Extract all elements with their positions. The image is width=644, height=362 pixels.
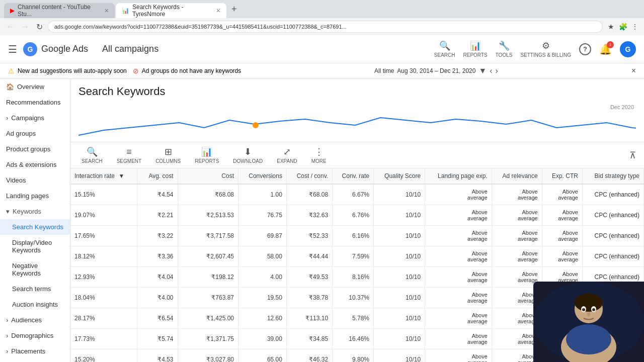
toolbar-segment-label: SEGMENT xyxy=(117,158,141,164)
cell-cost: ₹198.12 xyxy=(178,267,238,288)
cell-conversions: 69.87 xyxy=(238,226,287,246)
refresh-button[interactable]: ↻ xyxy=(34,21,45,33)
notif-close-button[interactable]: × xyxy=(631,66,636,75)
notification-bell[interactable]: 🔔 1 xyxy=(599,43,612,55)
page-title: Search Keywords xyxy=(78,85,636,98)
sidebar-item-overview[interactable]: 🏠 Overview xyxy=(0,79,70,95)
cell-interaction-rate: 19.07% xyxy=(70,205,137,226)
sidebar-item-ads-extensions[interactable]: Ads & extensions xyxy=(0,157,70,172)
cell-cost: ₹1,371.75 xyxy=(178,329,238,349)
date-next[interactable]: › xyxy=(496,66,498,75)
cell-cost: ₹763.87 xyxy=(178,288,238,308)
cell-exp-ctr: Aboveaverage xyxy=(542,226,582,246)
cell-interaction-rate: 18.04% xyxy=(70,288,137,308)
toolbar-download[interactable]: ⬇ DOWNLOAD xyxy=(230,144,266,166)
hamburger-menu[interactable]: ☰ xyxy=(8,43,17,55)
bookmark-icon[interactable]: ★ xyxy=(606,22,616,32)
toolbar-columns[interactable]: ⊞ COLUMNS xyxy=(152,144,184,166)
home-icon: 🏠 xyxy=(6,83,14,90)
col-header-interaction[interactable]: Interaction rate ▼ xyxy=(70,168,137,184)
sidebar-item-demographics[interactable]: › Demographics xyxy=(0,328,70,343)
cell-landing-page: Aboveaverage xyxy=(425,205,492,226)
tab-search-keywords[interactable]: 📊 Search Keywords - TyresNmore × xyxy=(116,3,226,18)
cell-conversions: 19.50 xyxy=(238,288,287,308)
col-header-cost-conv[interactable]: Cost / conv. xyxy=(286,168,332,184)
col-header-conv-rate[interactable]: Conv. rate xyxy=(333,168,374,184)
date-prev[interactable]: ‹ xyxy=(490,66,492,75)
cell-quality-score: 10/10 xyxy=(374,288,425,308)
sidebar-item-negative-keywords[interactable]: Negative Keywords xyxy=(0,258,70,281)
cell-bid-strategy: CPC (enhanced) xyxy=(582,226,643,246)
cell-avg-cost: ₹6.54 xyxy=(137,308,178,329)
cell-cost-conv: ₹113.10 xyxy=(286,308,332,329)
sidebar-item-videos[interactable]: Videos xyxy=(0,172,70,188)
cell-avg-cost: ₹4.00 xyxy=(137,288,178,308)
table-header-row: Interaction rate ▼ Avg. cost Cost Conver… xyxy=(70,168,644,184)
cell-conv-rate: 9.80% xyxy=(333,349,374,363)
forward-button[interactable]: → xyxy=(19,21,31,32)
sidebar-item-display-keywords[interactable]: Display/Video Keywords xyxy=(0,235,70,258)
new-tab-button[interactable]: + xyxy=(227,2,241,17)
toolbar-search-label: SEARCH xyxy=(82,158,103,164)
sidebar-item-auction-insights[interactable]: Auction insights xyxy=(0,297,70,312)
col-header-avg-cost[interactable]: Avg. cost xyxy=(137,168,178,184)
date-label: All time xyxy=(374,67,394,74)
top-action-label: SEARCH xyxy=(434,52,455,58)
col-header-ad-relevance[interactable]: Ad relevance xyxy=(492,168,542,184)
sidebar-item-ad-groups[interactable]: Ad groups xyxy=(0,126,70,141)
toolbar-expand[interactable]: ⤢ EXPAND xyxy=(274,144,300,166)
col-header-quality[interactable]: Quality Score xyxy=(374,168,425,184)
toolbar-segment[interactable]: ≡ SEGMENT xyxy=(114,145,144,166)
col-header-bid-strategy[interactable]: Bid strategy type xyxy=(582,168,643,184)
cell-conversions: 58.00 xyxy=(238,246,287,267)
sidebar-label-ad-groups: Ad groups xyxy=(6,130,36,137)
address-bar[interactable]: ads.google.com/aw/keywords?ocid=11007723… xyxy=(48,21,603,33)
cell-interaction-rate: 12.93% xyxy=(70,267,137,288)
sidebar-item-placements[interactable]: › Placements xyxy=(0,343,70,359)
col-header-landing[interactable]: Landing page exp. xyxy=(425,168,492,184)
notification-banner: ⚠ New ad suggestions will auto-apply soo… xyxy=(0,63,644,79)
extension-icon[interactable]: 🧩 xyxy=(618,22,628,32)
back-button[interactable]: ← xyxy=(4,21,16,32)
top-action-reports[interactable]: 📊 REPORTS xyxy=(463,40,488,58)
help-button[interactable]: ? xyxy=(579,43,591,55)
sidebar-item-search-keywords[interactable]: Search Keywords xyxy=(0,219,70,235)
avatar[interactable]: G xyxy=(620,41,636,57)
collapse-icon[interactable]: ⊼ xyxy=(629,150,636,161)
cell-cost-conv: ₹68.08 xyxy=(286,184,332,205)
col-header-exp-ctr[interactable]: Exp. CTR xyxy=(542,168,582,184)
sidebar-item-recommendations[interactable]: Recommendations xyxy=(0,95,70,110)
sidebar-item-keywords[interactable]: ▾ Keywords xyxy=(0,204,70,219)
tab-youtube[interactable]: ▶ Channel content - YouTube Stu... × xyxy=(4,3,115,18)
table-row: 15.15%₹4.54₹68.081.00₹68.086.67%10/10Abo… xyxy=(70,184,644,205)
col-header-cost[interactable]: Cost xyxy=(178,168,238,184)
col-header-conversions[interactable]: Conversions xyxy=(238,168,287,184)
tab-close[interactable]: × xyxy=(105,7,109,15)
logo-icon: G xyxy=(23,42,37,56)
tab-close[interactable]: × xyxy=(216,7,220,15)
cell-quality-score: 10/10 xyxy=(374,184,425,205)
cell-bid-strategy: CPC (enhanced) xyxy=(582,184,643,205)
toolbar-reports[interactable]: 📊 REPORTS xyxy=(192,144,222,166)
cell-ad-relevance: Aboveaverage xyxy=(492,246,542,267)
cell-quality-score: 10/10 xyxy=(374,267,425,288)
sidebar-item-product-groups[interactable]: Product groups xyxy=(0,141,70,157)
date-chevron-down[interactable]: ▼ xyxy=(478,66,487,75)
cell-avg-cost: ₹5.74 xyxy=(137,329,178,349)
browser-actions: ★ 🧩 ⋮ xyxy=(606,22,640,32)
cell-avg-cost: ₹4.53 xyxy=(137,349,178,363)
sidebar-item-audiences[interactable]: › Audiences xyxy=(0,312,70,328)
sidebar-label-videos: Videos xyxy=(6,176,26,184)
cell-cost-conv: ₹38.78 xyxy=(286,288,332,308)
toolbar-more[interactable]: ⋮ MORE xyxy=(308,144,330,166)
top-action-search[interactable]: 🔍 SEARCH xyxy=(434,40,455,58)
toolbar-search[interactable]: 🔍 SEARCH xyxy=(78,144,106,166)
sidebar-item-search-terms[interactable]: Search terms xyxy=(0,281,70,297)
sidebar-item-landing-pages[interactable]: Landing pages xyxy=(0,188,70,204)
sidebar-label-campaigns: Campaigns xyxy=(11,114,44,122)
top-action-settings[interactable]: ⚙ SETTINGS & BILLING xyxy=(520,40,571,58)
top-action-tools[interactable]: 🔧 TOOLS xyxy=(496,40,513,58)
more-icon[interactable]: ⋮ xyxy=(630,22,640,32)
top-action-label: SETTINGS & BILLING xyxy=(520,52,571,58)
sidebar-item-campaigns[interactable]: › Campaigns xyxy=(0,110,70,126)
